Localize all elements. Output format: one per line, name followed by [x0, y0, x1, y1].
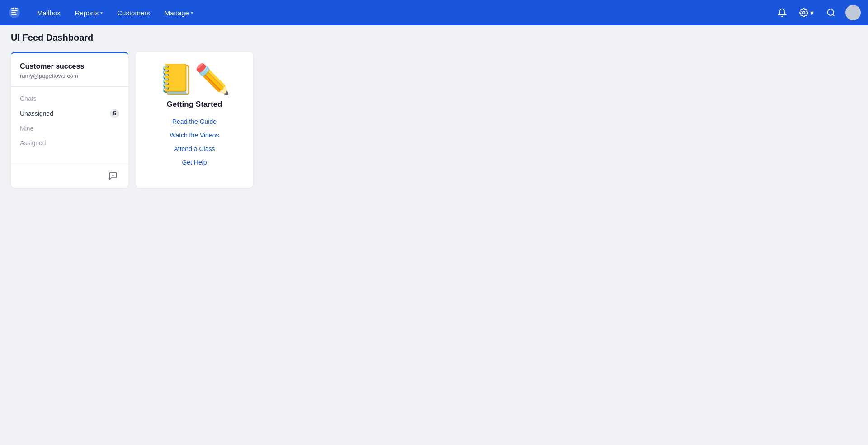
manage-chevron-icon: ▾: [191, 10, 193, 15]
customer-success-card: Customer success ramy@pageflows.com Chat…: [11, 52, 128, 188]
nav-mailbox[interactable]: Mailbox: [31, 6, 67, 19]
app-logo[interactable]: [7, 5, 22, 20]
nav-manage[interactable]: Manage ▾: [158, 6, 199, 19]
main-content: UI Feed Dashboard Customer success ramy@…: [0, 0, 868, 188]
watch-videos-link[interactable]: Watch the Videos: [170, 131, 219, 140]
getting-started-card: 📒✏️ Getting Started Read the Guide Watch…: [136, 52, 253, 188]
getting-started-links: Read the Guide Watch the Videos Attend a…: [145, 117, 244, 167]
settings-chevron-icon: ▾: [810, 9, 814, 17]
notebook-icon: 📒✏️: [158, 65, 231, 94]
getting-started-title: Getting Started: [167, 100, 222, 109]
attend-class-link[interactable]: Attend a Class: [174, 144, 215, 153]
reports-chevron-icon: ▾: [100, 10, 103, 15]
read-guide-link[interactable]: Read the Guide: [172, 117, 217, 126]
settings-button[interactable]: ▾: [797, 6, 816, 19]
menu-item-chats[interactable]: Chats: [11, 91, 128, 106]
nav-links: Mailbox Reports ▾ Customers Manage ▾: [31, 6, 775, 19]
customer-card-title: Customer success: [20, 62, 119, 71]
card-footer: [11, 164, 128, 188]
user-avatar-button[interactable]: [845, 5, 861, 20]
search-button[interactable]: [824, 5, 838, 20]
unassigned-badge: 5: [110, 109, 119, 118]
nav-reports[interactable]: Reports ▾: [69, 6, 109, 19]
nav-customers[interactable]: Customers: [111, 6, 156, 19]
menu-item-unassigned[interactable]: Unassigned 5: [11, 106, 128, 121]
customer-card-email: ramy@pageflows.com: [20, 72, 119, 79]
customer-card-header: Customer success ramy@pageflows.com: [11, 62, 128, 86]
menu-item-assigned[interactable]: Assigned: [11, 136, 128, 150]
get-help-link[interactable]: Get Help: [182, 158, 207, 167]
cards-row: Customer success ramy@pageflows.com Chat…: [11, 52, 857, 188]
svg-point-1: [828, 9, 834, 15]
page-title: UI Feed Dashboard: [11, 33, 857, 43]
menu-item-mine[interactable]: Mine: [11, 121, 128, 136]
card-menu: Chats Unassigned 5 Mine Assigned: [11, 87, 128, 155]
compose-button[interactable]: [107, 170, 119, 182]
notification-bell-button[interactable]: [775, 5, 789, 20]
nav-right: ▾: [775, 5, 861, 20]
navbar: Mailbox Reports ▾ Customers Manage ▾ ▾: [0, 0, 868, 25]
svg-point-0: [803, 12, 805, 14]
